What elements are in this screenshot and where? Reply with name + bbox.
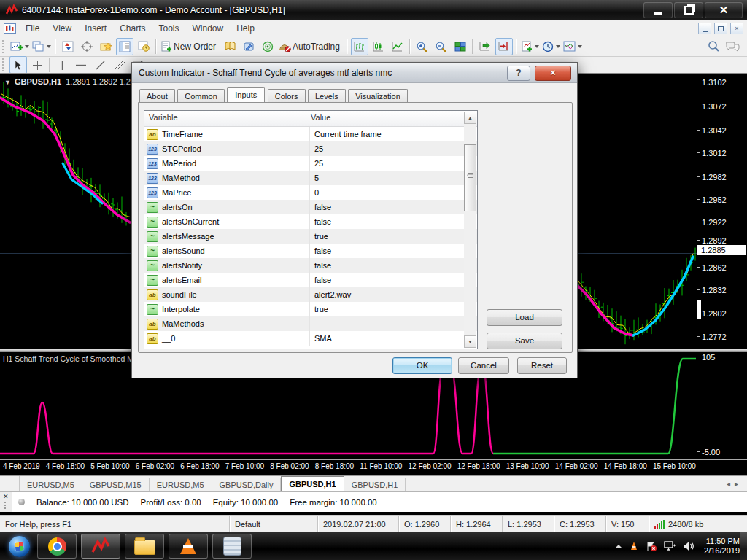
param-row[interactable]: ab__0SMA [144,331,477,346]
param-row[interactable]: ~alertsOnfalse [144,200,477,214]
bar-chart-mode-button[interactable] [351,38,368,55]
param-row[interactable]: ~alertsEmailfalse [144,273,477,287]
chart-tab-gbpusd-daily[interactable]: GBPUSD,Daily [212,478,282,492]
dialog-close-button[interactable]: × [535,66,571,81]
save-button[interactable]: Save [487,332,562,349]
taskbar-vlc-button[interactable] [169,534,208,559]
toolbar-grip[interactable] [2,58,7,71]
favorites-button[interactable] [97,38,115,55]
zoom-out-button[interactable] [433,38,450,55]
cancel-button[interactable]: Cancel [458,357,509,374]
status-profile[interactable]: Default [230,516,318,533]
taskbar-clock[interactable]: 11:50 PM 2/16/2019 [704,537,740,556]
vertical-line-tool-button[interactable] [53,56,71,74]
mdi-minimize-button[interactable] [698,23,711,34]
load-button[interactable]: Load [487,309,562,326]
param-row[interactable]: ~alertsNotifyfalse [144,258,477,273]
tab-common[interactable]: Common [177,89,225,102]
chart-tab-gbpusd-h1-2[interactable]: GBPUSD,H1 [344,478,406,492]
mdi-close-button[interactable]: × [730,23,743,34]
tab-visualization[interactable]: Visualization [348,89,408,102]
menu-tools[interactable]: Tools [152,21,186,36]
tray-vlc-icon[interactable] [629,541,639,551]
list-scrollbar[interactable]: ▲ ▼ [464,112,476,348]
taskbar-chrome-button[interactable] [37,534,77,559]
search-button[interactable] [705,38,722,55]
cursor-tool-button[interactable] [9,56,27,74]
tab-scroll-arrows[interactable]: ◂▸ [727,480,743,488]
terminal-drag-handle[interactable] [4,502,7,509]
param-row[interactable]: 123STCPeriod25 [144,141,477,156]
indicators-button[interactable] [520,38,540,55]
ok-button[interactable]: OK [392,357,452,374]
strategy-tester-button[interactable] [135,38,152,55]
menu-help[interactable]: Help [230,21,261,36]
mdi-restore-button[interactable] [714,23,727,34]
crosshair-tool-button[interactable] [28,56,46,74]
signals-button[interactable] [259,38,276,55]
close-button[interactable]: ✕ [705,2,743,18]
auto-scroll-button[interactable] [476,38,494,55]
param-row[interactable]: ~alertsSoundfalse [144,244,477,258]
chart-shift-button[interactable] [495,38,513,55]
scroll-up-button[interactable]: ▲ [464,112,476,124]
metaeditor-button[interactable] [240,38,258,55]
menu-charts[interactable]: Charts [113,21,152,36]
dialog-help-button[interactable]: ? [507,66,530,81]
menu-view[interactable]: View [46,21,78,36]
taskbar-mt4-button[interactable] [81,534,120,559]
templates-button[interactable] [562,38,583,55]
param-row[interactable]: 123MaMethod5 [144,171,477,185]
network-status-button[interactable] [664,541,676,551]
menu-file[interactable]: File [19,21,46,36]
taskbar-journal-button[interactable] [212,534,252,559]
restore-button[interactable] [674,2,703,18]
volume-button[interactable] [683,541,694,551]
crosshair-button[interactable] [78,38,96,55]
tab-levels[interactable]: Levels [308,89,346,102]
periods-button[interactable] [541,38,561,55]
chart-system-menu-icon[interactable] [4,23,16,34]
navigator-button[interactable] [116,38,133,55]
tile-windows-button[interactable] [452,38,469,55]
scrollbar-thumb[interactable] [464,144,476,211]
toolbar-grip[interactable] [2,40,7,53]
taskbar-explorer-button[interactable] [125,534,164,559]
chart-tab-gbpusd-h1[interactable]: GBPUSD,H1 [281,476,344,492]
param-row[interactable]: abTimeFrameCurrent time frame [144,127,477,141]
line-chart-mode-button[interactable] [389,38,406,55]
tab-colors[interactable]: Colors [268,89,306,102]
market-button[interactable] [221,38,239,55]
market-watch-button[interactable] [59,38,77,55]
param-row[interactable]: ~Interpolatetrue [144,302,477,316]
param-row[interactable]: absoundFilealert2.wav [144,287,477,302]
new-chart-button[interactable] [9,38,30,55]
scroll-down-button[interactable]: ▼ [464,335,476,348]
chart-tab-eurusd-m5[interactable]: EURUSD,M5 [20,478,82,492]
show-desktop-button[interactable] [740,532,747,560]
autotrading-button[interactable]: AutoTrading [278,38,344,55]
param-row[interactable]: 123MaPeriod25 [144,156,477,171]
chart-tab-gbpusd-m15[interactable]: GBPUSD,M15 [82,478,150,492]
chat-button[interactable] [724,38,741,55]
menu-window[interactable]: Window [186,21,231,36]
terminal-close-icon[interactable]: ✕ [3,493,9,500]
tab-inputs[interactable]: Inputs [227,87,265,102]
channel-tool-button[interactable] [110,56,128,74]
new-order-button[interactable]: New Order [160,38,220,55]
start-button[interactable] [3,534,35,559]
tab-about[interactable]: About [139,89,175,102]
candlestick-mode-button[interactable] [370,38,387,55]
menu-insert[interactable]: Insert [78,21,113,36]
reset-button[interactable]: Reset [517,357,567,374]
terminal-grip[interactable]: ✕ [0,492,12,512]
zoom-in-button[interactable] [414,38,431,55]
minimize-button[interactable] [643,2,673,18]
profiles-button[interactable] [31,38,52,55]
action-center-button[interactable] [646,541,657,552]
param-row[interactable]: ~alertsMessagetrue [144,229,477,244]
param-row[interactable]: 123MaPrice0 [144,185,477,200]
param-row[interactable]: abMaMethods [144,316,477,331]
parameters-list[interactable]: Variable Value abTimeFrameCurrent time f… [144,110,478,349]
trendline-tool-button[interactable] [91,56,109,74]
